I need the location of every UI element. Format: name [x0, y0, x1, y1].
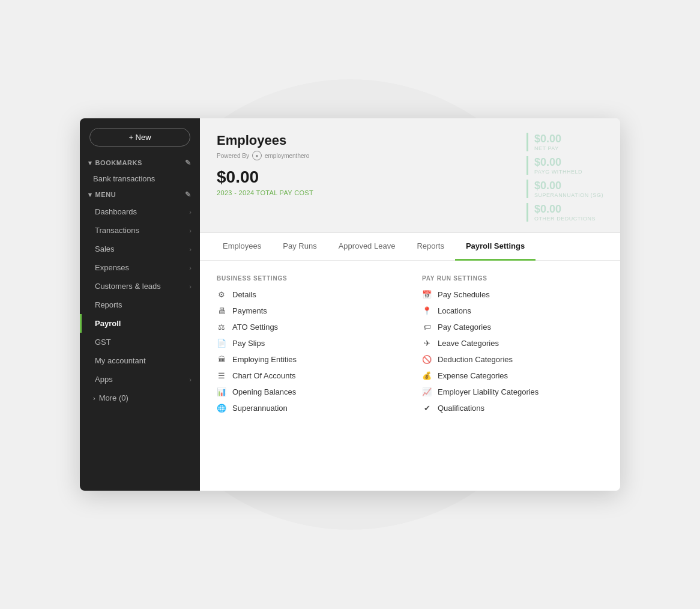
payroll-settings-content: BUSINESS SETTINGS ⚙ Details 🖶 Payments: [200, 261, 620, 491]
header-right: $0.00 NET PAY $0.00 PAYG WITHHELD $0.00 …: [527, 133, 603, 222]
stat-deductions-value: $0.00: [534, 203, 596, 216]
total-pay-cost: $0.00: [217, 168, 313, 187]
settings-item-details[interactable]: ⚙ Details: [217, 290, 398, 299]
sidebar-item-dashboards[interactable]: Dashboards ›: [80, 202, 200, 221]
tab-reports[interactable]: Reports: [406, 233, 455, 261]
settings-item-qualifications[interactable]: ✔ Qualifications: [422, 404, 603, 413]
menu-label: MENU: [95, 191, 116, 198]
edit-menu-icon[interactable]: ✎: [185, 190, 192, 199]
stat-super-value: $0.00: [534, 180, 603, 192]
chevron-right-icon: ›: [189, 208, 192, 216]
superannuation-icon: 🌐: [217, 404, 226, 413]
chevron-right-icon: ›: [189, 227, 192, 234]
sidebar-item-reports[interactable]: Reports: [80, 295, 200, 314]
employmenthero-logo: ●: [252, 151, 262, 160]
sidebar-item-expenses[interactable]: Expenses ›: [80, 258, 200, 277]
chevron-right-icon: ›: [189, 264, 192, 271]
pay-run-settings-column: PAY RUN SETTINGS 📅 Pay Schedules 📍 Locat…: [422, 275, 603, 413]
sidebar: + New ▾ BOOKMARKS ✎ Bank transactions ▾ …: [80, 118, 200, 491]
sidebar-item-bank-transactions[interactable]: Bank transactions: [80, 171, 200, 187]
sidebar-item-customers-leads[interactable]: Customers & leads ›: [80, 277, 200, 295]
ato-icon: ⚖: [217, 323, 226, 332]
brand-name: employmenthero: [265, 153, 309, 159]
settings-item-leave-categories[interactable]: ✈ Leave Categories: [422, 339, 603, 348]
settings-item-expense-categories[interactable]: 💰 Expense Categories: [422, 371, 603, 380]
pay-run-settings-title: PAY RUN SETTINGS: [422, 275, 603, 282]
header-area: Employees Powered By ● employmenthero $0…: [200, 118, 620, 233]
bookmarks-label: BOOKMARKS: [95, 159, 142, 166]
menu-section[interactable]: ▾ MENU ✎: [80, 187, 200, 202]
header-left: Employees Powered By ● employmenthero $0…: [217, 133, 313, 196]
opening-balances-icon: 📊: [217, 387, 226, 396]
chevron-right-icon-more: ›: [93, 395, 95, 402]
sidebar-more[interactable]: › More (0): [80, 389, 200, 407]
sidebar-item-sales[interactable]: Sales ›: [80, 240, 200, 258]
chevron-down-icon: ▾: [88, 159, 92, 167]
settings-item-opening-balances[interactable]: 📊 Opening Balances: [217, 387, 398, 396]
deduction-categories-icon: 🚫: [422, 355, 432, 364]
chevron-right-icon: ›: [189, 246, 192, 253]
business-settings-title: BUSINESS SETTINGS: [217, 275, 398, 282]
stat-deductions: $0.00 OTHER DEDUCTIONS: [527, 203, 596, 222]
employing-entities-icon: 🏛: [217, 355, 226, 364]
tab-payroll-settings[interactable]: Payroll Settings: [455, 233, 536, 261]
pay-categories-icon: 🏷: [422, 323, 432, 332]
stat-payg-value: $0.00: [534, 156, 582, 169]
business-settings-list: ⚙ Details 🖶 Payments ⚖ ATO Settings: [217, 290, 398, 413]
stat-payg-label: PAYG WITHHELD: [534, 169, 582, 175]
sidebar-item-gst[interactable]: GST: [80, 333, 200, 351]
page-title: Employees: [217, 133, 313, 148]
tab-pay-runs[interactable]: Pay Runs: [272, 233, 327, 261]
sidebar-item-payroll[interactable]: Payroll: [80, 314, 200, 333]
screen-wrapper: + New ▾ BOOKMARKS ✎ Bank transactions ▾ …: [50, 94, 650, 515]
settings-item-employer-liability[interactable]: 📈 Employer Liability Categories: [422, 387, 603, 396]
sidebar-item-apps[interactable]: Apps ›: [80, 370, 200, 389]
stat-net-pay-label: NET PAY: [534, 145, 561, 151]
bookmarks-section[interactable]: ▾ BOOKMARKS ✎: [80, 155, 200, 171]
settings-item-chart-of-accounts[interactable]: ☰ Chart Of Accounts: [217, 371, 398, 380]
new-button[interactable]: + New: [89, 128, 190, 147]
sidebar-item-my-accountant[interactable]: My accountant: [80, 351, 200, 370]
pay-schedules-icon: 📅: [422, 290, 432, 299]
tab-approved-leave[interactable]: Approved Leave: [328, 233, 406, 261]
stat-super-label: SUPERANNUATION (SG): [534, 192, 603, 198]
chevron-right-icon: ›: [189, 376, 192, 383]
settings-item-payslips[interactable]: 📄 Pay Slips: [217, 339, 398, 348]
edit-bookmarks-icon[interactable]: ✎: [185, 159, 192, 167]
main-content: Employees Powered By ● employmenthero $0…: [200, 118, 620, 491]
settings-item-pay-categories[interactable]: 🏷 Pay Categories: [422, 323, 603, 332]
app-container: + New ▾ BOOKMARKS ✎ Bank transactions ▾ …: [80, 118, 620, 491]
tabs-bar: Employees Pay Runs Approved Leave Report…: [200, 233, 620, 261]
settings-item-employing-entities[interactable]: 🏛 Employing Entities: [217, 355, 398, 364]
settings-item-superannuation[interactable]: 🌐 Superannuation: [217, 404, 398, 413]
settings-grid: BUSINESS SETTINGS ⚙ Details 🖶 Payments: [217, 275, 603, 413]
details-icon: ⚙: [217, 290, 226, 299]
settings-item-deduction-categories[interactable]: 🚫 Deduction Categories: [422, 355, 603, 364]
chevron-right-icon: ›: [189, 283, 192, 290]
powered-by-text: Powered By: [217, 153, 249, 159]
chevron-down-icon-menu: ▾: [88, 191, 92, 199]
settings-item-payments[interactable]: 🖶 Payments: [217, 306, 398, 315]
business-settings-column: BUSINESS SETTINGS ⚙ Details 🖶 Payments: [217, 275, 398, 413]
year-label: 2023 - 2024 TOTAL PAY COST: [217, 189, 313, 196]
tab-employees[interactable]: Employees: [212, 233, 272, 261]
locations-icon: 📍: [422, 306, 432, 315]
settings-item-pay-schedules[interactable]: 📅 Pay Schedules: [422, 290, 603, 299]
stat-deductions-label: OTHER DEDUCTIONS: [534, 216, 596, 222]
qualifications-icon: ✔: [422, 404, 432, 413]
employer-liability-icon: 📈: [422, 387, 432, 396]
settings-item-locations[interactable]: 📍 Locations: [422, 306, 603, 315]
stat-net-pay-value: $0.00: [534, 133, 561, 145]
powered-by: Powered By ● employmenthero: [217, 151, 313, 160]
stat-payg: $0.00 PAYG WITHHELD: [527, 156, 582, 175]
payments-icon: 🖶: [217, 306, 226, 315]
leave-categories-icon: ✈: [422, 339, 432, 348]
payslips-icon: 📄: [217, 339, 226, 348]
stat-super: $0.00 SUPERANNUATION (SG): [527, 180, 603, 198]
stat-net-pay: $0.00 NET PAY: [527, 133, 561, 151]
pay-run-settings-list: 📅 Pay Schedules 📍 Locations 🏷 Pay Catego…: [422, 290, 603, 413]
sidebar-item-transactions[interactable]: Transactions ›: [80, 221, 200, 240]
expense-categories-icon: 💰: [422, 371, 432, 380]
settings-item-ato[interactable]: ⚖ ATO Settings: [217, 323, 398, 332]
chart-of-accounts-icon: ☰: [217, 371, 226, 380]
